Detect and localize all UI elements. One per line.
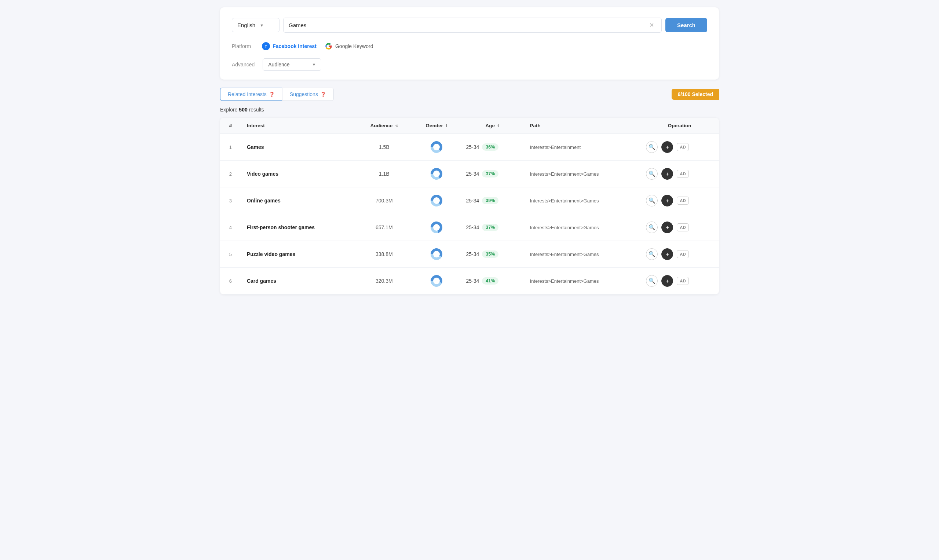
facebook-interest-label: Facebook Interest bbox=[272, 43, 317, 49]
search-detail-button[interactable]: 🔍 bbox=[646, 222, 658, 233]
col-operation: Operation bbox=[640, 118, 719, 134]
row-interest: Video games bbox=[241, 161, 356, 188]
interests-table: # Interest Audience ⇅ Gender ℹ Age ℹ bbox=[220, 118, 719, 294]
age-range: 25-34 bbox=[466, 171, 479, 177]
ad-button[interactable]: AD bbox=[677, 143, 689, 151]
row-age: 25-34 36% bbox=[460, 134, 524, 161]
age-badge: 39% bbox=[482, 197, 499, 204]
audience-select[interactable]: Audience ▼ bbox=[263, 58, 321, 71]
row-audience: 657.1M bbox=[356, 214, 413, 241]
row-gender bbox=[413, 214, 460, 241]
search-detail-button[interactable]: 🔍 bbox=[646, 141, 658, 153]
advanced-row: Advanced Audience ▼ bbox=[232, 58, 707, 71]
age-range: 25-34 bbox=[466, 225, 479, 230]
table-row: 6 Card games 320.3M 25-34 41% Interests>… bbox=[220, 268, 719, 294]
row-age: 25-34 35% bbox=[460, 241, 524, 268]
row-age: 25-34 39% bbox=[460, 188, 524, 214]
row-num: 2 bbox=[220, 161, 241, 188]
row-path: Interests>Entertainment>Games bbox=[524, 268, 640, 294]
row-audience: 338.8M bbox=[356, 241, 413, 268]
facebook-interest-option[interactable]: f Facebook Interest bbox=[261, 41, 317, 52]
search-detail-button[interactable]: 🔍 bbox=[646, 168, 658, 180]
age-info-icon: ℹ bbox=[497, 124, 499, 128]
row-audience: 700.3M bbox=[356, 188, 413, 214]
row-path: Interests>Entertainment>Games bbox=[524, 214, 640, 241]
add-button[interactable]: ＋ bbox=[661, 195, 673, 206]
row-gender bbox=[413, 134, 460, 161]
col-age: Age ℹ bbox=[460, 118, 524, 134]
row-age: 25-34 37% bbox=[460, 214, 524, 241]
row-gender bbox=[413, 268, 460, 294]
google-keyword-label: Google Keyword bbox=[335, 43, 373, 49]
row-operation: 🔍 ＋ AD bbox=[640, 241, 719, 268]
ad-button[interactable]: AD bbox=[677, 277, 689, 285]
ad-button[interactable]: AD bbox=[677, 170, 689, 178]
tab-suggestions[interactable]: Suggestions ❓ bbox=[282, 88, 334, 101]
col-num: # bbox=[220, 118, 241, 134]
advanced-label: Advanced bbox=[232, 62, 254, 68]
age-range: 25-34 bbox=[466, 251, 479, 257]
add-button[interactable]: ＋ bbox=[661, 141, 673, 153]
col-audience: Audience ⇅ bbox=[356, 118, 413, 134]
clear-button[interactable]: ✕ bbox=[647, 21, 656, 29]
related-interests-help-icon: ❓ bbox=[269, 92, 275, 97]
add-button[interactable]: ＋ bbox=[661, 222, 673, 233]
language-select[interactable]: English ▼ bbox=[232, 18, 280, 32]
row-interest: Games bbox=[241, 134, 356, 161]
row-age: 25-34 41% bbox=[460, 268, 524, 294]
search-row: English ▼ ✕ Search bbox=[232, 18, 707, 32]
results-count: 500 bbox=[239, 107, 247, 112]
audience-select-label: Audience bbox=[268, 62, 289, 68]
age-badge: 37% bbox=[482, 224, 499, 231]
table-header-row: # Interest Audience ⇅ Gender ℹ Age ℹ bbox=[220, 118, 719, 134]
language-chevron-icon: ▼ bbox=[260, 23, 264, 28]
age-badge: 36% bbox=[482, 143, 499, 151]
facebook-icon: f bbox=[262, 42, 270, 50]
svg-point-5 bbox=[433, 278, 440, 284]
tab-related-interests[interactable]: Related Interests ❓ bbox=[220, 88, 282, 101]
ad-button[interactable]: AD bbox=[677, 197, 689, 205]
search-input-wrapper: ✕ bbox=[283, 18, 662, 32]
language-label: English bbox=[237, 22, 255, 28]
row-interest: Online games bbox=[241, 188, 356, 214]
search-input[interactable] bbox=[289, 22, 647, 28]
tabs-row: Related Interests ❓ Suggestions ❓ 6/100 … bbox=[220, 88, 719, 101]
audience-sort-icon[interactable]: ⇅ bbox=[395, 124, 398, 128]
age-badge: 37% bbox=[482, 170, 499, 177]
results-suffix: results bbox=[249, 107, 264, 112]
age-range: 25-34 bbox=[466, 278, 479, 284]
row-operation: 🔍 ＋ AD bbox=[640, 188, 719, 214]
search-detail-button[interactable]: 🔍 bbox=[646, 248, 658, 260]
row-path: Interests>Entertainment>Games bbox=[524, 161, 640, 188]
row-gender bbox=[413, 188, 460, 214]
col-gender: Gender ℹ bbox=[413, 118, 460, 134]
col-interest: Interest bbox=[241, 118, 356, 134]
col-path: Path bbox=[524, 118, 640, 134]
ad-button[interactable]: AD bbox=[677, 223, 689, 231]
row-operation: 🔍 ＋ AD bbox=[640, 214, 719, 241]
row-num: 1 bbox=[220, 134, 241, 161]
audience-chevron-icon: ▼ bbox=[312, 62, 316, 67]
search-detail-button[interactable]: 🔍 bbox=[646, 195, 658, 206]
search-detail-button[interactable]: 🔍 bbox=[646, 275, 658, 287]
svg-point-2 bbox=[433, 197, 440, 204]
row-num: 5 bbox=[220, 241, 241, 268]
add-button[interactable]: ＋ bbox=[661, 248, 673, 260]
search-button[interactable]: Search bbox=[665, 18, 707, 32]
gender-info-icon: ℹ bbox=[446, 124, 447, 128]
row-operation: 🔍 ＋ AD bbox=[640, 268, 719, 294]
results-text: Explore 500 results bbox=[220, 107, 719, 112]
add-button[interactable]: ＋ bbox=[661, 275, 673, 287]
add-button[interactable]: ＋ bbox=[661, 168, 673, 180]
row-path: Interests>Entertainment bbox=[524, 134, 640, 161]
gender-donut-chart bbox=[429, 274, 444, 288]
row-audience: 1.1B bbox=[356, 161, 413, 188]
row-audience: 1.5B bbox=[356, 134, 413, 161]
row-interest: Puzzle video games bbox=[241, 241, 356, 268]
ad-button[interactable]: AD bbox=[677, 250, 689, 258]
gender-donut-chart bbox=[429, 193, 444, 208]
platform-row: Platform f Facebook Interest Google Keyw… bbox=[232, 41, 707, 52]
row-path: Interests>Entertainment>Games bbox=[524, 188, 640, 214]
google-keyword-option[interactable]: Google Keyword bbox=[324, 41, 374, 52]
gender-donut-chart bbox=[429, 220, 444, 235]
